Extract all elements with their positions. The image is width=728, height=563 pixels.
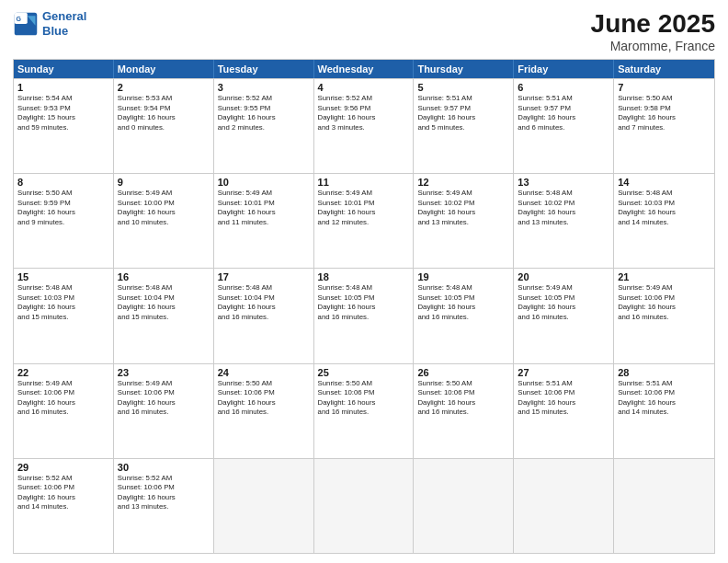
cell-info: Sunrise: 5:50 AM Sunset: 10:06 PM Daylig… [218, 379, 310, 418]
header-sunday: Sunday [14, 60, 114, 78]
page: G General Blue June 2025 Maromme, France… [0, 0, 728, 563]
cal-cell-4-6 [614, 459, 714, 553]
cell-info: Sunrise: 5:49 AM Sunset: 10:06 PM Daylig… [17, 379, 109, 418]
cal-row-0: 1Sunrise: 5:54 AM Sunset: 9:53 PM Daylig… [14, 78, 714, 173]
cell-info: Sunrise: 5:48 AM Sunset: 10:04 PM Daylig… [218, 283, 310, 322]
logo-text: General Blue [42, 9, 86, 38]
cal-row-1: 8Sunrise: 5:50 AM Sunset: 9:59 PM Daylig… [14, 173, 714, 268]
cal-cell-0-0: 1Sunrise: 5:54 AM Sunset: 9:53 PM Daylig… [14, 79, 114, 173]
cell-info: Sunrise: 5:48 AM Sunset: 10:04 PM Daylig… [118, 283, 210, 322]
header-tuesday: Tuesday [214, 60, 314, 78]
cal-cell-0-4: 5Sunrise: 5:51 AM Sunset: 9:57 PM Daylig… [414, 79, 514, 173]
logo: G General Blue [13, 9, 86, 38]
cell-info: Sunrise: 5:49 AM Sunset: 10:01 PM Daylig… [318, 189, 410, 227]
cell-info: Sunrise: 5:51 AM Sunset: 10:06 PM Daylig… [518, 379, 609, 418]
cal-cell-2-1: 16Sunrise: 5:48 AM Sunset: 10:04 PM Dayl… [114, 269, 214, 362]
cell-day-number: 4 [318, 82, 410, 93]
cell-day-number: 3 [218, 82, 310, 93]
cell-day-number: 9 [118, 177, 210, 188]
svg-text:G: G [17, 16, 22, 22]
cal-cell-3-2: 24Sunrise: 5:50 AM Sunset: 10:06 PM Dayl… [214, 364, 314, 458]
cal-cell-4-0: 29Sunrise: 5:52 AM Sunset: 10:06 PM Dayl… [14, 459, 114, 553]
calendar-title: June 2025 [591, 9, 715, 39]
header-wednesday: Wednesday [314, 60, 415, 78]
cell-info: Sunrise: 5:49 AM Sunset: 10:02 PM Daylig… [417, 189, 509, 227]
cal-cell-4-5 [514, 459, 614, 553]
cell-info: Sunrise: 5:52 AM Sunset: 9:56 PM Dayligh… [318, 94, 410, 132]
cell-info: Sunrise: 5:52 AM Sunset: 10:06 PM Daylig… [118, 474, 210, 512]
cell-info: Sunrise: 5:52 AM Sunset: 9:55 PM Dayligh… [218, 94, 310, 132]
cell-day-number: 5 [417, 82, 509, 93]
cal-cell-3-0: 22Sunrise: 5:49 AM Sunset: 10:06 PM Dayl… [14, 364, 114, 458]
cal-cell-0-2: 3Sunrise: 5:52 AM Sunset: 9:55 PM Daylig… [214, 79, 314, 173]
cal-cell-3-1: 23Sunrise: 5:49 AM Sunset: 10:06 PM Dayl… [114, 364, 214, 458]
cal-cell-1-5: 13Sunrise: 5:48 AM Sunset: 10:02 PM Dayl… [514, 174, 614, 268]
cal-cell-0-6: 7Sunrise: 5:50 AM Sunset: 9:58 PM Daylig… [614, 79, 714, 173]
header-friday: Friday [514, 60, 614, 78]
cell-info: Sunrise: 5:48 AM Sunset: 10:05 PM Daylig… [417, 283, 509, 322]
calendar-subtitle: Maromme, France [591, 39, 715, 53]
header-thursday: Thursday [414, 60, 514, 78]
calendar-body: 1Sunrise: 5:54 AM Sunset: 9:53 PM Daylig… [14, 78, 714, 553]
cell-info: Sunrise: 5:49 AM Sunset: 10:06 PM Daylig… [618, 283, 711, 322]
calendar: Sunday Monday Tuesday Wednesday Thursday… [13, 59, 715, 554]
cell-day-number: 29 [17, 462, 109, 473]
header-saturday: Saturday [614, 60, 714, 78]
cal-cell-2-3: 18Sunrise: 5:48 AM Sunset: 10:05 PM Dayl… [314, 269, 415, 362]
cal-cell-0-3: 4Sunrise: 5:52 AM Sunset: 9:56 PM Daylig… [314, 79, 415, 173]
cal-cell-2-6: 21Sunrise: 5:49 AM Sunset: 10:06 PM Dayl… [614, 269, 714, 362]
cal-cell-3-4: 26Sunrise: 5:50 AM Sunset: 10:06 PM Dayl… [414, 364, 514, 458]
cell-day-number: 25 [318, 367, 410, 378]
cell-info: Sunrise: 5:50 AM Sunset: 9:58 PM Dayligh… [618, 94, 711, 132]
cell-info: Sunrise: 5:51 AM Sunset: 9:57 PM Dayligh… [417, 94, 509, 132]
cell-info: Sunrise: 5:51 AM Sunset: 10:06 PM Daylig… [618, 379, 711, 418]
header-monday: Monday [114, 60, 214, 78]
cell-day-number: 24 [218, 367, 310, 378]
logo-line2: Blue [42, 24, 68, 38]
cell-day-number: 7 [618, 82, 711, 93]
cell-info: Sunrise: 5:48 AM Sunset: 10:03 PM Daylig… [618, 189, 711, 227]
cell-day-number: 22 [17, 367, 109, 378]
cell-day-number: 12 [417, 177, 509, 188]
cell-day-number: 17 [218, 271, 310, 282]
cell-info: Sunrise: 5:49 AM Sunset: 10:05 PM Daylig… [518, 283, 609, 322]
cell-info: Sunrise: 5:50 AM Sunset: 10:06 PM Daylig… [318, 379, 410, 418]
cal-row-2: 15Sunrise: 5:48 AM Sunset: 10:03 PM Dayl… [14, 268, 714, 362]
cell-day-number: 1 [17, 82, 109, 93]
cell-info: Sunrise: 5:48 AM Sunset: 10:03 PM Daylig… [17, 283, 109, 322]
cell-info: Sunrise: 5:49 AM Sunset: 10:01 PM Daylig… [218, 189, 310, 227]
cal-cell-1-4: 12Sunrise: 5:49 AM Sunset: 10:02 PM Dayl… [414, 174, 514, 268]
cell-info: Sunrise: 5:54 AM Sunset: 9:53 PM Dayligh… [17, 94, 109, 132]
cell-day-number: 28 [618, 367, 711, 378]
calendar-header: Sunday Monday Tuesday Wednesday Thursday… [14, 60, 714, 78]
cell-day-number: 20 [518, 271, 609, 282]
title-block: June 2025 Maromme, France [591, 9, 715, 53]
cell-info: Sunrise: 5:53 AM Sunset: 9:54 PM Dayligh… [118, 94, 210, 132]
cell-day-number: 19 [417, 271, 509, 282]
cal-cell-1-2: 10Sunrise: 5:49 AM Sunset: 10:01 PM Dayl… [214, 174, 314, 268]
cell-day-number: 14 [618, 177, 711, 188]
header: G General Blue June 2025 Maromme, France [13, 9, 715, 53]
cal-cell-2-0: 15Sunrise: 5:48 AM Sunset: 10:03 PM Dayl… [14, 269, 114, 362]
cal-cell-3-3: 25Sunrise: 5:50 AM Sunset: 10:06 PM Dayl… [314, 364, 415, 458]
cell-day-number: 8 [17, 177, 109, 188]
cal-cell-0-5: 6Sunrise: 5:51 AM Sunset: 9:57 PM Daylig… [514, 79, 614, 173]
cell-day-number: 21 [618, 271, 711, 282]
cell-info: Sunrise: 5:52 AM Sunset: 10:06 PM Daylig… [17, 474, 109, 512]
cell-day-number: 30 [118, 462, 210, 473]
cell-day-number: 23 [118, 367, 210, 378]
cal-cell-1-3: 11Sunrise: 5:49 AM Sunset: 10:01 PM Dayl… [314, 174, 415, 268]
cell-day-number: 16 [118, 271, 210, 282]
cal-cell-2-4: 19Sunrise: 5:48 AM Sunset: 10:05 PM Dayl… [414, 269, 514, 362]
cell-info: Sunrise: 5:48 AM Sunset: 10:02 PM Daylig… [518, 189, 609, 227]
logo-line1: General [42, 9, 86, 23]
cell-day-number: 27 [518, 367, 609, 378]
cell-day-number: 18 [318, 271, 410, 282]
cell-day-number: 2 [118, 82, 210, 93]
cell-day-number: 11 [318, 177, 410, 188]
cal-cell-4-3 [314, 459, 415, 553]
cal-cell-4-2 [214, 459, 314, 553]
cell-info: Sunrise: 5:49 AM Sunset: 10:06 PM Daylig… [118, 379, 210, 418]
cell-info: Sunrise: 5:51 AM Sunset: 9:57 PM Dayligh… [518, 94, 609, 132]
cal-cell-4-4 [414, 459, 514, 553]
